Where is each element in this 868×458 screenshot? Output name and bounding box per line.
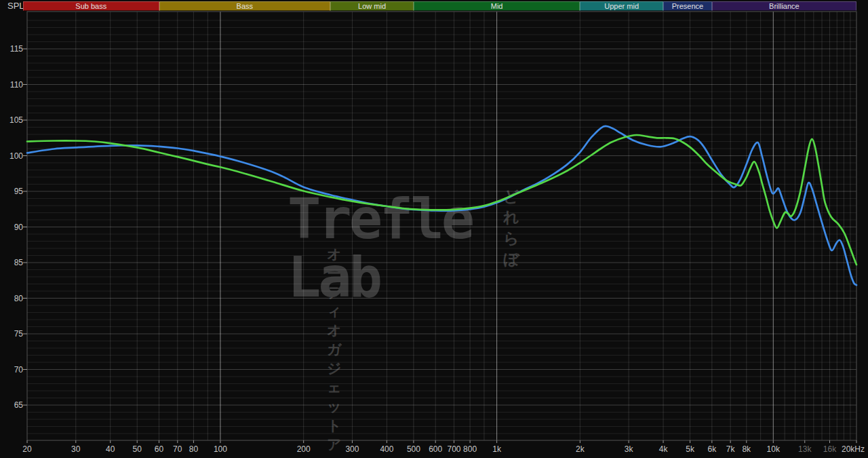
curve-green [27,135,856,265]
curves [0,0,868,458]
frequency-response-chart: Trefle Lab どれらぼ オーディオガジェットアーカイブ SPL Sub … [0,0,868,458]
